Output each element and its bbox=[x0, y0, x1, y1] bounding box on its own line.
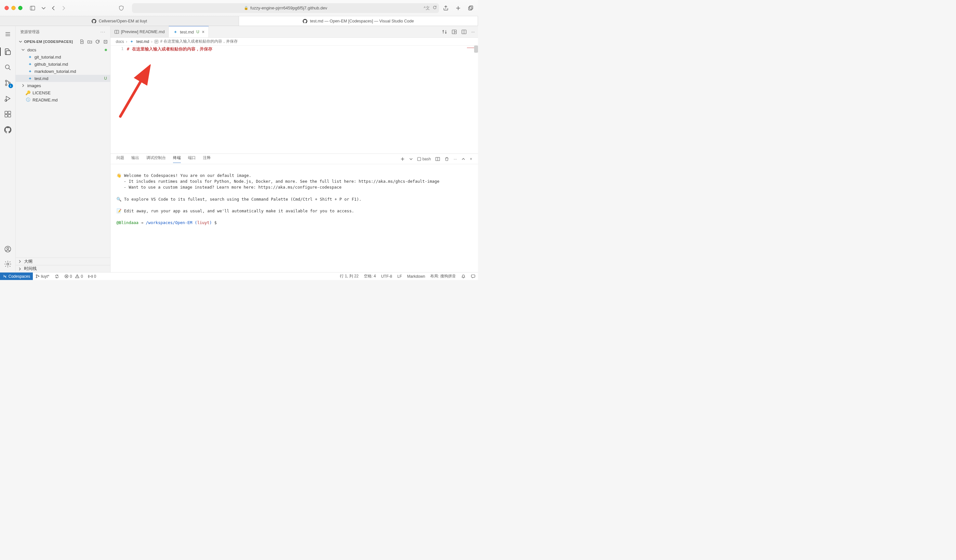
panel-tab-debug[interactable]: 调试控制台 bbox=[146, 155, 166, 163]
activity-explorer-icon[interactable] bbox=[3, 47, 12, 56]
panel-tab-output[interactable]: 输出 bbox=[131, 155, 139, 163]
file-label: README.md bbox=[33, 98, 58, 102]
svg-rect-10 bbox=[5, 115, 8, 117]
split-terminal-icon[interactable] bbox=[436, 157, 440, 161]
file-readme[interactable]: ⓘ README.md bbox=[16, 96, 110, 104]
terminal-shell-label[interactable]: bash bbox=[417, 157, 431, 161]
panel-tab-comments[interactable]: 注释 bbox=[203, 155, 211, 163]
browser-tab-0[interactable]: Cellverse/Open-EM at liuyt bbox=[0, 16, 239, 26]
refresh-icon[interactable] bbox=[95, 39, 100, 44]
status-branch[interactable]: liuyt* bbox=[33, 274, 52, 279]
status-sync[interactable] bbox=[52, 274, 62, 279]
folder-docs[interactable]: docs bbox=[16, 46, 110, 53]
browser-tab-1[interactable]: test.md — Open-EM [Codespaces] — Visual … bbox=[239, 16, 478, 26]
breadcrumb-seg[interactable]: # 在这里输入输入或者粘贴你的内容，并保存 bbox=[160, 39, 238, 44]
status-layout[interactable]: 布局: 搜狗拼音 bbox=[428, 274, 459, 279]
panel-tab-terminal[interactable]: 终端 bbox=[173, 155, 181, 163]
tab-test-md[interactable]: ✦ test.md U × bbox=[169, 26, 208, 38]
panel-maximize-icon[interactable] bbox=[461, 157, 465, 161]
address-bar[interactable]: 🔒 fuzzy-engine-pjrrr6459pg6f5j7.github.d… bbox=[132, 3, 439, 13]
status-language[interactable]: Markdown bbox=[404, 274, 428, 279]
new-file-icon[interactable] bbox=[80, 39, 84, 44]
shield-icon[interactable] bbox=[118, 5, 125, 12]
new-tab-icon[interactable] bbox=[455, 5, 461, 11]
status-ports[interactable]: 0 bbox=[85, 274, 99, 279]
trash-icon[interactable] bbox=[445, 157, 449, 161]
status-feedback-icon[interactable] bbox=[468, 274, 478, 279]
menu-hamburger-icon[interactable] bbox=[3, 30, 12, 38]
svg-point-21 bbox=[455, 31, 456, 32]
file-git-tutorial[interactable]: ✦ git_tutorial.md bbox=[16, 53, 110, 60]
share-icon[interactable] bbox=[443, 5, 449, 11]
editor-area[interactable]: 1 # 在这里输入输入或者粘贴你的内容，并保存 bbox=[110, 46, 478, 154]
panel-more-icon[interactable]: ··· bbox=[454, 157, 457, 161]
activity-search-icon[interactable] bbox=[3, 63, 12, 72]
panel-tab-problems[interactable]: 问题 bbox=[116, 155, 124, 163]
github-icon bbox=[303, 19, 307, 24]
svg-point-5 bbox=[5, 80, 7, 82]
svg-rect-26 bbox=[418, 157, 421, 160]
close-window-button[interactable] bbox=[5, 6, 9, 10]
line-gutter: 1 bbox=[110, 46, 127, 154]
scrollbar-thumb[interactable] bbox=[474, 46, 478, 53]
terminal-line: 🔍 To explore VS Code to its fullest, sea… bbox=[116, 197, 362, 201]
file-license[interactable]: 🔑 LICENSE bbox=[16, 89, 110, 96]
minimap[interactable] bbox=[442, 46, 478, 154]
activity-debug-icon[interactable] bbox=[3, 94, 12, 103]
terminal-dropdown-icon[interactable] bbox=[409, 157, 413, 160]
minimize-window-button[interactable] bbox=[11, 6, 16, 10]
panel-close-icon[interactable]: × bbox=[470, 157, 472, 161]
breadcrumb-seg[interactable]: docs bbox=[116, 39, 124, 44]
file-github-tutorial[interactable]: ✦ github_tutorial.md bbox=[16, 60, 110, 68]
translate-icon[interactable]: ᴬ文 bbox=[424, 5, 430, 11]
status-problems[interactable]: 0 0 bbox=[62, 274, 85, 279]
outline-section[interactable]: 大纲 bbox=[16, 258, 110, 265]
collapse-all-icon[interactable] bbox=[103, 39, 108, 44]
sync-icon bbox=[55, 274, 59, 279]
reload-icon[interactable] bbox=[432, 5, 437, 11]
status-codespaces-button[interactable]: Codespaces bbox=[0, 272, 33, 280]
file-test-md[interactable]: ✦ test.md U bbox=[16, 75, 110, 82]
open-preview-side-icon[interactable] bbox=[452, 29, 457, 35]
breadcrumb[interactable]: docs › ✦ test.md › # 在这里输入输入或者粘贴你的内容，并保存 bbox=[110, 38, 478, 46]
tabs-overview-icon[interactable] bbox=[468, 5, 473, 11]
status-cursor[interactable]: 行 1, 列 22 bbox=[337, 274, 361, 279]
explorer-section-head[interactable]: OPEN-EM [CODESPACES] bbox=[16, 38, 110, 46]
activity-settings-icon[interactable] bbox=[3, 260, 12, 268]
sidebar-more-icon[interactable]: ··· bbox=[101, 30, 106, 34]
split-editor-icon[interactable] bbox=[461, 29, 467, 35]
outline-label: 大纲 bbox=[24, 259, 33, 264]
status-notifications-icon[interactable] bbox=[459, 274, 468, 279]
info-file-icon: ⓘ bbox=[25, 97, 31, 102]
panel-tab-ports[interactable]: 端口 bbox=[188, 155, 196, 163]
new-folder-icon[interactable] bbox=[88, 39, 92, 44]
activity-extensions-icon[interactable] bbox=[3, 110, 12, 118]
sidebar-title: 资源管理器 bbox=[20, 29, 40, 35]
terminal[interactable]: 👋 Welcome to Codespaces! You are on our … bbox=[110, 164, 478, 272]
breadcrumb-seg[interactable]: test.md bbox=[136, 39, 149, 44]
zoom-window-button[interactable] bbox=[18, 6, 22, 10]
editor-more-icon[interactable]: ··· bbox=[471, 29, 475, 34]
compare-changes-icon[interactable] bbox=[442, 29, 447, 35]
nav-back-button[interactable] bbox=[51, 6, 56, 11]
code-line-1[interactable]: # 在这里输入输入或者粘贴你的内容，并保存 bbox=[127, 46, 212, 154]
tab-label: [Preview] README.md bbox=[121, 29, 165, 34]
file-markdown-tutorial[interactable]: ✦ markdown_tutorial.md bbox=[16, 68, 110, 75]
activity-account-icon[interactable] bbox=[3, 245, 12, 253]
bash-icon bbox=[417, 157, 421, 161]
sidebar-toggle-icon[interactable] bbox=[29, 5, 36, 12]
sidebar-header: 资源管理器 ··· bbox=[16, 26, 110, 38]
status-eol[interactable]: LF bbox=[395, 274, 404, 279]
close-tab-icon[interactable]: × bbox=[202, 29, 204, 35]
folder-images[interactable]: images bbox=[16, 82, 110, 89]
activity-github-icon[interactable] bbox=[3, 126, 12, 134]
new-terminal-icon[interactable] bbox=[400, 157, 405, 161]
status-encoding[interactable]: UTF-8 bbox=[379, 274, 395, 279]
nav-forward-button[interactable] bbox=[61, 6, 66, 11]
explorer-root-label: OPEN-EM [CODESPACES] bbox=[24, 40, 73, 44]
activity-scm-icon[interactable]: 1 bbox=[3, 79, 12, 87]
timeline-section[interactable]: 时间线 bbox=[16, 265, 110, 272]
tab-readme-preview[interactable]: [Preview] README.md bbox=[110, 26, 169, 38]
tab-dropdown-icon[interactable] bbox=[40, 5, 47, 12]
status-spaces[interactable]: 空格: 4 bbox=[361, 274, 379, 279]
